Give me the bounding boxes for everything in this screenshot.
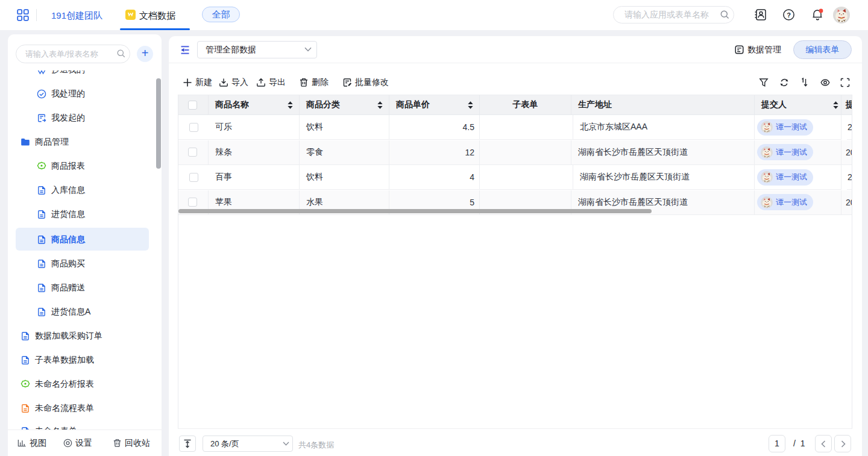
svg-text:?: ? — [787, 11, 791, 19]
